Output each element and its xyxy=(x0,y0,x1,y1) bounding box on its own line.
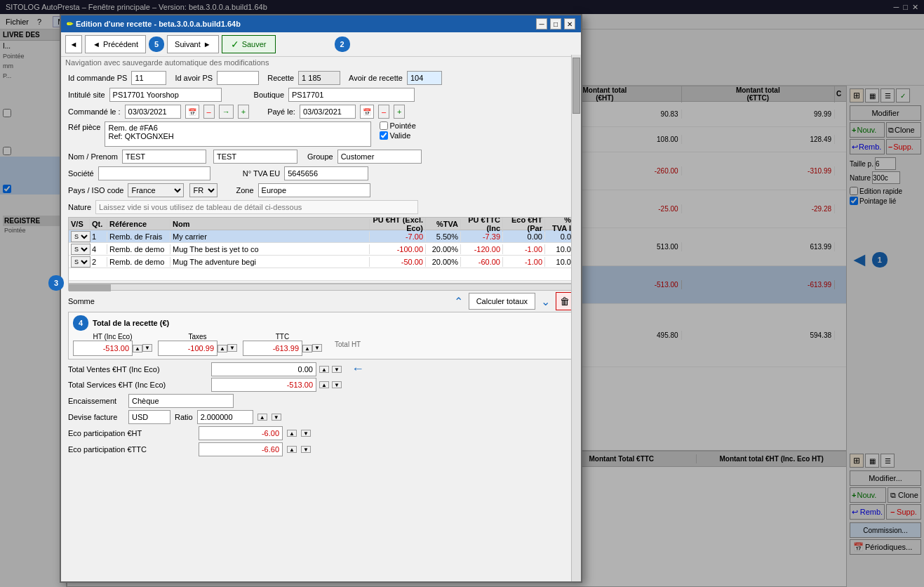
commande-minus-btn[interactable]: – xyxy=(203,105,215,119)
avoir-recette-label: Avoir de recette xyxy=(349,74,403,82)
ttc-input[interactable] xyxy=(243,341,302,356)
ht-spin-up[interactable]: ▲ xyxy=(133,345,142,352)
devise-label: Devise facture xyxy=(68,413,124,421)
devise-input[interactable] xyxy=(128,410,170,424)
id-avoir-input[interactable] xyxy=(217,71,259,85)
paye-minus-btn[interactable]: – xyxy=(378,105,389,119)
eco-ttc-spin-down[interactable]: ▼ xyxy=(301,446,311,453)
taxes-spin-up[interactable]: ▲ xyxy=(217,345,227,352)
scrollbar-thumb[interactable] xyxy=(573,58,580,114)
eco-ht-input[interactable] xyxy=(199,426,283,440)
commande-row: Commandé le : 📅 – → + Payé le: 📅 – + xyxy=(68,105,574,119)
eco-ttc-input[interactable] xyxy=(199,442,283,456)
ref-textarea[interactable]: Rem. de #FA6 Ref: QKTOGNXEH xyxy=(105,121,371,147)
prev-btn[interactable]: ◄ Précédent xyxy=(85,35,146,53)
services-spin-down[interactable]: ▼ xyxy=(332,381,342,388)
edit-icon: ✏ xyxy=(67,20,73,29)
save-btn[interactable]: ✓ Sauver xyxy=(222,35,276,53)
encaissement-label: Encaissement xyxy=(68,397,124,405)
societe-input[interactable] xyxy=(98,166,210,180)
modal-scrollbar[interactable] xyxy=(571,55,581,581)
h-scrollbar-thumb[interactable] xyxy=(69,284,111,291)
tva-eu-label: N° TVA EU xyxy=(243,169,281,178)
total-services-input[interactable] xyxy=(211,378,316,392)
total-arrow-1: ← xyxy=(351,362,364,376)
commande-cal-btn[interactable]: 📅 xyxy=(185,105,199,119)
ratio-spin-up[interactable]: ▲ xyxy=(257,414,267,421)
totals-section: 4 Total de la recette (€) HT (Inc Eco) ▲… xyxy=(68,312,574,360)
eco-ht-spin-up[interactable]: ▲ xyxy=(287,430,297,437)
ventes-spin-down[interactable]: ▼ xyxy=(332,366,342,373)
prenom-input[interactable] xyxy=(213,150,297,164)
next-btn[interactable]: Suivant ► xyxy=(167,35,219,53)
detail-row-3[interactable]: S 2 Remb. de demo Mug The adventure begi… xyxy=(69,256,573,268)
vs-select-3[interactable]: S xyxy=(71,256,91,268)
nature-form-input[interactable] xyxy=(95,200,418,214)
societe-label: Société xyxy=(68,169,94,178)
vs-select-2[interactable]: S xyxy=(71,244,91,255)
ventes-spin-up[interactable]: ▲ xyxy=(319,366,329,373)
total-ventes-input[interactable] xyxy=(211,362,316,376)
taxes-input-group: ▲ ▼ xyxy=(158,341,237,356)
prev-label: Précédent xyxy=(103,40,138,48)
total-label-row: 4 Total de la recette (€) xyxy=(73,315,569,331)
chevron-up-icon[interactable]: ⌃ xyxy=(454,295,463,308)
taxes-input[interactable] xyxy=(158,341,217,356)
pays-label: Pays / ISO code xyxy=(68,186,123,194)
modal-toolbar: ◄ ◄ Précédent 5 Suivant ► ✓ Sauver 2 xyxy=(61,32,581,57)
eco-ht-spin-down[interactable]: ▼ xyxy=(301,430,311,437)
pointee-check-label: Pointée xyxy=(389,121,415,130)
intitule-input[interactable] xyxy=(109,88,222,102)
detail-table-header: V/S Qt. Référence Nom PU €HT (Excl. Eco)… xyxy=(69,218,573,230)
detail-row-2[interactable]: S 4 Remb. de demo Mug The best is yet to… xyxy=(69,243,573,256)
paye-input[interactable] xyxy=(300,105,356,119)
modal-minimize-btn[interactable]: ─ xyxy=(536,18,547,29)
paye-plus-btn[interactable]: + xyxy=(394,105,405,119)
prev-start-btn[interactable]: ◄ xyxy=(65,35,82,53)
detail-table-container: V/S Qt. Référence Nom PU €HT (Excl. Eco)… xyxy=(68,217,574,284)
services-spin-up[interactable]: ▲ xyxy=(319,381,329,388)
ratio-input[interactable] xyxy=(197,410,253,424)
avoir-recette-input[interactable] xyxy=(407,71,442,85)
ht-input[interactable] xyxy=(73,341,133,356)
modal-restore-btn[interactable]: □ xyxy=(550,18,561,29)
detail-row-1[interactable]: S 1 Remb. de Frais My carrier -7.00 5.50… xyxy=(69,230,573,243)
groupe-input[interactable] xyxy=(337,150,422,164)
iso-select[interactable]: FR xyxy=(189,183,217,197)
commande-arrow-btn[interactable]: → xyxy=(219,105,234,119)
commande-plus-btn[interactable]: + xyxy=(238,105,249,119)
id-commande-input[interactable] xyxy=(131,71,166,85)
intitule-row: Intitulé site Boutique xyxy=(68,88,574,102)
taxes-spin-down[interactable]: ▼ xyxy=(227,344,237,352)
recette-label: Recette xyxy=(267,74,294,82)
eco-ttc-label: Eco participation €TTC xyxy=(68,445,194,454)
pointee-checkbox[interactable] xyxy=(380,121,388,130)
table-scrollbar-h[interactable] xyxy=(68,284,574,291)
vs-select-1[interactable]: S xyxy=(71,231,91,242)
eco-ht-label: Eco participation €HT xyxy=(68,429,194,437)
encaissement-input[interactable] xyxy=(128,394,234,408)
recette-input[interactable] xyxy=(298,71,340,85)
valide-checkbox[interactable] xyxy=(380,131,388,140)
commande-input[interactable] xyxy=(125,105,181,119)
modal-close-btn[interactable]: ✕ xyxy=(564,18,575,29)
ttc-col-label: TTC xyxy=(276,333,289,341)
boutique-input[interactable] xyxy=(288,88,415,102)
total-inputs-row: HT (Inc Eco) ▲ ▼ Taxes ▲ ▼ xyxy=(73,333,569,356)
paye-cal-btn[interactable]: 📅 xyxy=(360,105,374,119)
chevron-down-icon[interactable]: ⌄ xyxy=(541,295,550,308)
modal-titlebar: ✏ Edition d'une recette - beta.3.0.0.a.b… xyxy=(61,15,581,32)
zone-input[interactable] xyxy=(258,183,370,197)
next-icon: ► xyxy=(203,40,211,48)
form-content: Id commande PS Id avoir PS Recette Avoir… xyxy=(61,68,581,459)
eco-ttc-spin-up[interactable]: ▲ xyxy=(287,446,297,453)
ttc-spin-down[interactable]: ▼ xyxy=(312,344,322,352)
ht-spin-down[interactable]: ▼ xyxy=(142,344,152,352)
tva-eu-input[interactable] xyxy=(284,166,368,180)
ratio-spin-down[interactable]: ▼ xyxy=(272,414,281,421)
pays-select[interactable]: France xyxy=(128,183,184,197)
ttc-spin-up[interactable]: ▲ xyxy=(302,345,312,352)
ht-input-group: ▲ ▼ xyxy=(73,341,152,356)
calc-btn[interactable]: Calculer totaux xyxy=(469,293,535,310)
nom-input[interactable] xyxy=(122,150,206,164)
